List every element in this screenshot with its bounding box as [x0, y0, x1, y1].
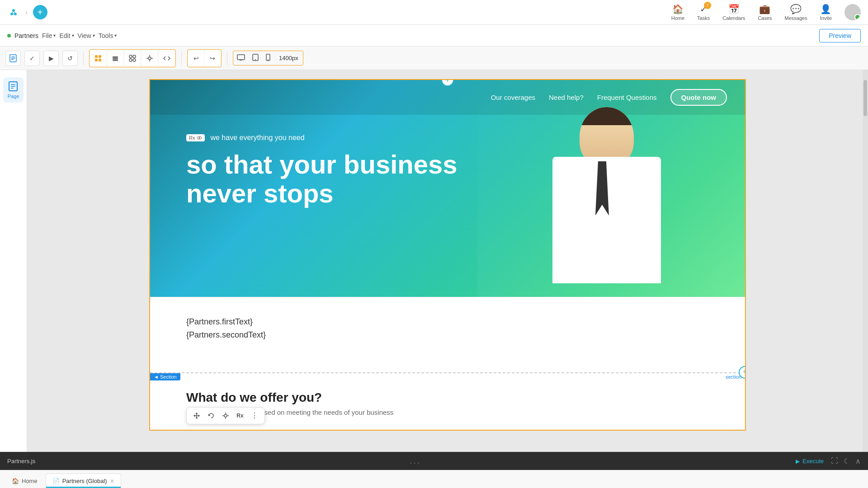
- nav-tasks-label: Tasks: [697, 15, 710, 21]
- status-dot: [7, 34, 11, 38]
- play-button[interactable]: ▶: [43, 51, 59, 66]
- viewport-group: 1400px: [233, 51, 303, 66]
- move-tool-button[interactable]: [190, 409, 203, 422]
- layers-icon: [112, 55, 119, 62]
- svg-point-21: [148, 57, 151, 60]
- messages-icon: 💬: [790, 4, 802, 14]
- tablet-viewport-button[interactable]: [250, 52, 261, 64]
- add-button[interactable]: +: [33, 5, 47, 19]
- svg-rect-12: [95, 59, 98, 61]
- desktop-viewport-button[interactable]: [234, 52, 248, 64]
- nav-home[interactable]: 🏠 Home: [671, 4, 684, 21]
- svg-point-32: [268, 59, 269, 60]
- text-section: {Partners.firstText} {Partners.secondTex…: [150, 297, 745, 360]
- tablet-icon: [252, 54, 259, 61]
- rx-label: Rx: [189, 135, 195, 141]
- tool-group-main: [89, 49, 176, 67]
- refresh-button[interactable]: ↺: [62, 51, 78, 66]
- svg-point-39: [224, 414, 227, 417]
- nav-cases-label: Cases: [758, 15, 772, 21]
- execute-button[interactable]: ▶ Execute: [796, 458, 824, 465]
- code-tool-button[interactable]: [159, 51, 175, 66]
- settings-tool-button[interactable]: [142, 51, 157, 66]
- tab-doc-icon: 📄: [52, 478, 60, 484]
- tasks-icon: ✓ 7: [700, 4, 708, 14]
- collapse-icon[interactable]: ∧: [855, 457, 861, 465]
- edit-menu[interactable]: Edit ▾: [59, 32, 74, 39]
- svg-rect-11: [99, 55, 101, 58]
- user-avatar[interactable]: [844, 4, 861, 20]
- section-label-badge[interactable]: ◄ Section: [150, 373, 180, 380]
- tasks-badge: 7: [704, 2, 711, 9]
- cases-icon: 💼: [759, 4, 770, 14]
- svg-point-17: [129, 55, 132, 58]
- page-icon: [9, 54, 17, 62]
- svg-point-19: [129, 59, 132, 61]
- second-toolbar: Partners File ▾ Edit ▾ View ▾ Tools ▾ Pr…: [0, 25, 868, 47]
- sidebar-page-button[interactable]: Page: [3, 77, 24, 103]
- hero-subtitle-area: Rx we have everything you need ☆: [186, 133, 709, 143]
- components-tool-button[interactable]: [125, 51, 140, 66]
- tab-partners-global[interactable]: 📄 Partners (Global) ✕: [46, 474, 121, 488]
- console-dots: ...: [410, 457, 421, 465]
- nav-cases[interactable]: 💼 Cases: [758, 4, 772, 21]
- first-text: {Partners.firstText}: [186, 315, 709, 328]
- scrollbar-thumb[interactable]: [863, 80, 867, 116]
- bottom-console: Partners.js ... ▶ Execute ⛶ ☾ ∧: [0, 452, 868, 470]
- tab-home[interactable]: 🏠 Home: [5, 474, 44, 488]
- separator3: [227, 52, 227, 65]
- theme-icon[interactable]: ☾: [844, 457, 850, 465]
- home-icon: 🏠: [672, 4, 684, 14]
- hero-title-line2: never stops: [186, 179, 709, 208]
- expand-icon[interactable]: ⛶: [831, 457, 838, 465]
- floating-toolbar: Rx ⋮: [186, 407, 265, 424]
- play-icon: ▶: [796, 458, 800, 465]
- view-menu[interactable]: View ▾: [78, 32, 95, 39]
- mobile-icon: [266, 54, 270, 61]
- tools-menu[interactable]: Tools ▾: [99, 32, 117, 39]
- more-options-button[interactable]: ⋮: [248, 409, 261, 422]
- tool-bar: ✓ ▶ ↺: [0, 47, 868, 70]
- undo-button[interactable]: ↩: [189, 51, 204, 66]
- rotate-tool-button[interactable]: [205, 409, 217, 422]
- viewport-size-display: 1400px: [275, 55, 302, 61]
- top-nav-bar: › + 🏠 Home ✓ 7 Tasks 📅 Calendars 💼 Cases…: [0, 0, 868, 25]
- file-menu[interactable]: File ▾: [42, 32, 56, 39]
- redo-button[interactable]: ↪: [205, 51, 220, 66]
- nav-calendars-label: Calendars: [722, 15, 745, 21]
- preview-button[interactable]: Preview: [819, 29, 861, 42]
- svg-rect-10: [95, 55, 98, 58]
- app-logo: [7, 6, 20, 19]
- nav-tasks[interactable]: ✓ 7 Tasks: [697, 4, 710, 21]
- calendars-icon: 📅: [728, 4, 740, 14]
- layers-tool-button[interactable]: [108, 51, 123, 66]
- nav-calendars[interactable]: 📅 Calendars: [722, 4, 745, 21]
- move-icon: [193, 412, 200, 419]
- rotate-icon: [208, 412, 215, 419]
- separator2: [181, 52, 182, 65]
- page-sidebar-label: Page: [8, 94, 19, 99]
- hero-section: Our coverages Need help? Frequent Questi…: [150, 80, 745, 297]
- star-icon[interactable]: ☆: [310, 133, 317, 143]
- nav-messages-label: Messages: [785, 15, 807, 21]
- nav-invite[interactable]: 👤 Invite: [820, 4, 832, 21]
- nav-messages[interactable]: 💬 Messages: [785, 4, 807, 21]
- hero-title: so that your business never stops: [186, 150, 709, 208]
- top-nav-left: › +: [7, 5, 47, 19]
- scrollbar[interactable]: [863, 70, 868, 452]
- main-area: Page + Our coverages Need help? Frequent…: [0, 70, 868, 452]
- check-button[interactable]: ✓: [24, 51, 40, 66]
- svg-rect-26: [237, 55, 245, 60]
- separator: [83, 52, 84, 65]
- rx-tool-button[interactable]: Rx: [234, 409, 246, 422]
- element-settings-button[interactable]: [219, 409, 232, 422]
- eye-icon: [197, 135, 202, 141]
- page-sidebar-icon: [8, 81, 19, 92]
- hero-subtitle-text: we have everything you need: [210, 134, 304, 142]
- hero-title-line1: so that your business: [186, 150, 709, 179]
- tab-home-label: Home: [22, 478, 38, 484]
- page-view-button[interactable]: [5, 51, 21, 66]
- grid-tool-button[interactable]: [90, 51, 106, 66]
- tab-close-button[interactable]: ✕: [110, 478, 114, 484]
- mobile-viewport-button[interactable]: [263, 52, 273, 64]
